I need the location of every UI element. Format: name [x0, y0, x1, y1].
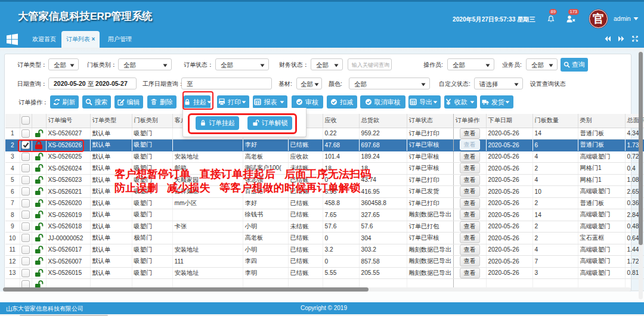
- svg-text:官: 官: [593, 13, 604, 25]
